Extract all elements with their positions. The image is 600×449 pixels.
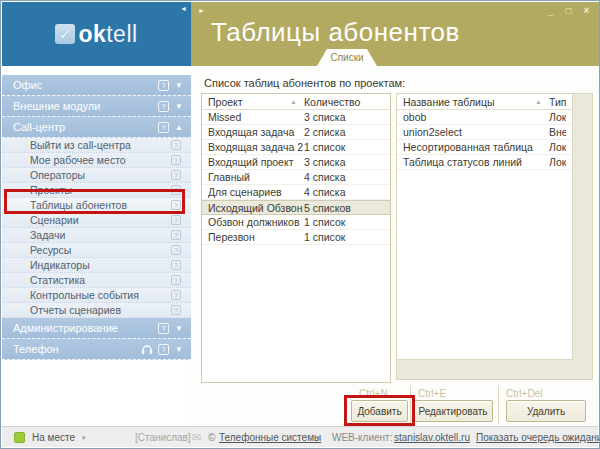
help-icon[interactable]: ? [171, 245, 181, 255]
table-row[interactable]: Входящий проект 3 списка [202, 155, 390, 170]
sidebar-item-operators[interactable]: Операторы ? [2, 168, 191, 183]
sidebar-section-callcenter[interactable]: Call-центр ? ▲ [2, 117, 191, 138]
table-row[interactable]: Входящая задача 2 списка [202, 125, 390, 140]
help-icon[interactable]: ? [171, 140, 181, 150]
sort-asc-icon[interactable]: ▲ [535, 98, 549, 105]
copyright-symbol: © [208, 432, 215, 443]
tables-list-header: Название таблицы ▲ Тип [397, 94, 572, 110]
table-row[interactable]: Обзвон должников 1 список [202, 215, 390, 230]
tables-list: Название таблицы ▲ Тип obob Лока... unio… [397, 94, 573, 360]
logo-text-bold: ok [78, 21, 106, 47]
help-icon[interactable]: ? [171, 290, 181, 300]
table-row[interactable]: union2select Внеш... [397, 125, 572, 140]
project-count: 3 списка [304, 111, 384, 123]
logo-text-light: tell [106, 21, 137, 47]
sidebar-item-control-events[interactable]: Контрольные события ? [2, 288, 191, 303]
sidebar-item-scenarios[interactable]: Сценарии ? [2, 213, 191, 228]
table-row[interactable]: Входящая задача 2 1 список [202, 140, 390, 155]
sidebar-section-external-modules[interactable]: Внешние модули ? ▼ [2, 96, 191, 117]
chevron-down-icon[interactable]: ▼ [175, 345, 183, 354]
project-count: 5 списков [304, 202, 384, 214]
project-count: 4 списка [304, 171, 384, 183]
list-caption: Список таблиц абонентов по проектам: [204, 77, 405, 89]
sidebar-item-tasks[interactable]: Задачи ? [2, 228, 191, 243]
sidebar-item-resources[interactable]: Ресурсы ? [2, 243, 191, 258]
table-name: Таблица статусов линий [403, 156, 549, 168]
column-header-project[interactable]: Проект [208, 96, 290, 108]
chevron-up-icon[interactable]: ▲ [175, 123, 183, 132]
sidebar-item-exit-callcenter[interactable]: Выйти из call-центра ? [2, 138, 191, 153]
help-icon[interactable]: ? [171, 260, 181, 270]
sidebar-item-indicators[interactable]: Индикаторы ? [2, 258, 191, 273]
column-header-table-name[interactable]: Название таблицы [403, 96, 535, 108]
project-count: 1 список [304, 141, 384, 153]
company-link[interactable]: Телефонные системы [219, 432, 321, 443]
help-icon[interactable]: ? [171, 275, 181, 285]
caret-down-icon[interactable]: ▾ [82, 434, 86, 442]
web-client-link[interactable]: stanislav.oktell.ru [394, 432, 470, 443]
column-header-type[interactable]: Тип [549, 96, 566, 108]
shortcut-label-delete: Ctrl+Del [506, 388, 542, 399]
show-queue-link[interactable]: Показать очередь ожидания [476, 432, 600, 443]
logo-panel: ✓ oktell [2, 2, 191, 66]
sidebar-item-label: Операторы [30, 169, 171, 181]
table-name: union2select [403, 126, 549, 138]
projects-list: Проект ▲ Количество Missed 3 списка Вход… [201, 93, 391, 383]
page-title: Таблицы абонентов [211, 17, 460, 48]
oktell-logo: ✓ oktell [55, 21, 137, 48]
help-icon[interactable]: ? [158, 80, 169, 91]
close-button[interactable]: × [580, 5, 593, 18]
table-type: Внеш... [549, 126, 566, 138]
sidebar-section-office[interactable]: Офис ? ▼ [2, 75, 191, 96]
section-label: Администрирование [13, 322, 153, 334]
window-controls: _ □ × [544, 5, 593, 18]
envelope-icon[interactable]: ✉ [192, 431, 201, 444]
sidebar-item-label: Задачи [30, 229, 171, 241]
presence-status-icon[interactable] [14, 432, 25, 443]
help-icon[interactable]: ? [171, 215, 181, 225]
sidebar-item-label: Статистика [30, 274, 171, 286]
collapse-right-icon[interactable]: ► [198, 7, 205, 14]
caret-down-icon[interactable]: ▾ [316, 434, 320, 442]
button-separator [498, 386, 499, 423]
table-row[interactable]: Перезвон 1 список [202, 230, 390, 245]
sidebar-item-scenario-reports[interactable]: Отчеты сценариев ? [2, 303, 191, 318]
help-icon[interactable]: ? [171, 170, 181, 180]
chevron-down-icon[interactable]: ▼ [175, 81, 183, 90]
help-icon[interactable]: ? [171, 305, 181, 315]
presence-status-label[interactable]: На месте [32, 432, 75, 443]
minimize-button[interactable]: _ [544, 5, 557, 18]
project-name: Входящая задача 2 [208, 141, 304, 153]
help-icon[interactable]: ? [158, 323, 169, 334]
delete-button[interactable]: Удалить [506, 400, 586, 422]
table-row[interactable]: Missed 3 списка [202, 110, 390, 125]
table-row[interactable]: Таблица статусов линий Лока... [397, 155, 572, 170]
sidebar-section-phone[interactable]: Телефон ? ▼ [2, 339, 191, 360]
collapse-left-icon[interactable]: ◄ [180, 5, 187, 12]
tab-lists[interactable]: Списки [317, 49, 377, 66]
sidebar-section-administration[interactable]: Администрирование ? ▼ [2, 318, 191, 339]
web-client-label: WEB-клиент: [332, 432, 392, 443]
sidebar-item-label: Ресурсы [30, 244, 171, 256]
sort-asc-icon[interactable]: ▲ [290, 98, 304, 105]
help-icon[interactable]: ? [158, 344, 169, 355]
column-header-count[interactable]: Количество [304, 96, 384, 108]
maximize-button[interactable]: □ [562, 5, 575, 18]
project-name: Главный [208, 171, 304, 183]
chevron-down-icon[interactable]: ▼ [175, 324, 183, 333]
table-row-selected[interactable]: Исходящий Обзвон о... 5 списков [202, 200, 390, 215]
help-icon[interactable]: ? [171, 230, 181, 240]
table-row[interactable]: obob Лока... [397, 110, 572, 125]
table-row[interactable]: Главный 4 списка [202, 170, 390, 185]
help-icon[interactable]: ? [158, 101, 169, 112]
sidebar-item-label: Индикаторы [30, 259, 171, 271]
sidebar-item-label: Сценарии [30, 214, 171, 226]
chevron-down-icon[interactable]: ▼ [175, 102, 183, 111]
sidebar-item-my-workplace[interactable]: Мое рабочее место ? [2, 153, 191, 168]
help-icon[interactable]: ? [158, 122, 169, 133]
edit-button[interactable]: Редактировать [413, 400, 493, 422]
help-icon[interactable]: ? [171, 155, 181, 165]
table-row[interactable]: Для сценариев 4 списка [202, 185, 390, 200]
sidebar-item-statistics[interactable]: Статистика ? [2, 273, 191, 288]
table-row[interactable]: Несортированная таблица Лока... [397, 140, 572, 155]
